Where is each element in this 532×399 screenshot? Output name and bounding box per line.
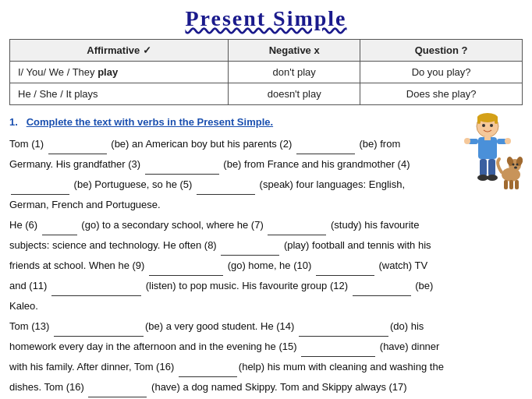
blank-6[interactable] (42, 223, 77, 235)
svg-rect-3 (495, 116, 498, 124)
exercise-paragraph-2: He (6) (go) to a secondary school, where… (9, 215, 445, 316)
bold-play: play (98, 66, 118, 78)
blank-1[interactable] (48, 142, 107, 154)
svg-point-10 (464, 138, 470, 144)
page-title: Present Simple (9, 6, 523, 31)
exercise-section: 1. Complete the text with verbs in the P… (9, 116, 523, 399)
svg-rect-25 (515, 180, 519, 189)
blank-9[interactable] (149, 263, 223, 276)
svg-point-20 (512, 164, 515, 166)
blank-10[interactable] (316, 263, 374, 276)
svg-rect-13 (488, 159, 495, 176)
blank-13[interactable] (54, 324, 144, 337)
blank-11[interactable] (51, 284, 141, 296)
exercise-instruction-text: Complete the text with verbs in the Pres… (27, 116, 273, 128)
svg-point-22 (514, 167, 517, 169)
row1-affirmative: I/ You/ We / They play (10, 62, 229, 83)
blank-14[interactable] (299, 324, 388, 337)
svg-point-11 (505, 138, 511, 144)
blank-16a[interactable] (179, 365, 237, 377)
table-row: He / She / It plays doesn't play Does sh… (10, 83, 523, 105)
row2-question: Does she play? (360, 83, 523, 105)
exercise-body: Tom (1) (be) an American boy but his par… (9, 134, 445, 399)
row2-negative: doesn't play (229, 83, 360, 105)
blank-8[interactable] (221, 243, 279, 256)
svg-point-21 (516, 164, 519, 166)
blank-5[interactable] (197, 182, 255, 195)
character-illustration (452, 112, 523, 200)
svg-point-14 (477, 175, 488, 181)
header-affirmative: Affirmative ✓ (10, 40, 229, 62)
header-question: Question ? (360, 40, 523, 62)
row2-affirmative: He / She / It plays (10, 83, 229, 105)
svg-rect-23 (504, 180, 508, 189)
svg-point-15 (487, 175, 498, 181)
blank-3[interactable] (145, 162, 219, 175)
table-row: I/ You/ We / They play don't play Do you… (10, 62, 523, 83)
header-negative: Negative x (229, 40, 360, 62)
svg-point-4 (482, 124, 485, 127)
exercise-instruction: 1. Complete the text with verbs in the P… (9, 116, 445, 128)
grammar-table: Affirmative ✓ Negative x Question ? I/ Y… (9, 39, 523, 105)
exercise-number: 1. (9, 116, 18, 128)
svg-rect-24 (509, 180, 513, 189)
blank-12[interactable] (353, 284, 411, 296)
svg-point-5 (490, 124, 493, 127)
svg-rect-6 (478, 137, 497, 159)
exercise-paragraph-3: Tom (13) (be) a very good student. He (1… (9, 316, 445, 399)
exercise-text: 1. Complete the text with verbs in the P… (9, 116, 452, 399)
blank-15[interactable] (301, 344, 375, 357)
blank-2[interactable] (296, 142, 355, 154)
svg-rect-2 (477, 116, 481, 124)
exercise-paragraph-1: Tom (1) (be) an American boy but his par… (9, 134, 445, 215)
tom-label: Tom (9, 138, 29, 150)
blank-4[interactable] (11, 182, 69, 195)
blank-16b[interactable] (88, 385, 147, 397)
svg-rect-12 (480, 159, 487, 176)
blank-7[interactable] (268, 223, 326, 235)
svg-rect-7 (484, 136, 491, 140)
row1-question: Do you play? (360, 62, 523, 83)
row1-negative: don't play (229, 62, 360, 83)
